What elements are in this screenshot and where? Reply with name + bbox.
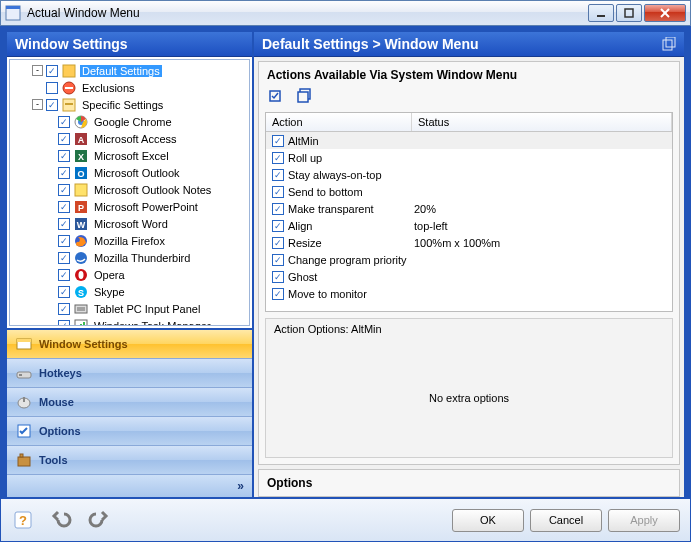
nav-item-mouse[interactable]: Mouse xyxy=(7,388,252,417)
svg-point-25 xyxy=(75,252,87,264)
settings-tree[interactable]: -✓Default SettingsExclusions-✓Specific S… xyxy=(9,59,250,326)
nav-item-tools[interactable]: Tools xyxy=(7,446,252,475)
table-row[interactable]: ✓Aligntop-left xyxy=(266,217,672,234)
tree-checkbox[interactable]: ✓ xyxy=(46,99,58,111)
left-panel-title: Window Settings xyxy=(15,36,128,52)
apply-button[interactable]: Apply xyxy=(608,509,680,532)
tree-checkbox[interactable]: ✓ xyxy=(58,133,70,145)
uncheck-all-button[interactable] xyxy=(295,86,315,106)
table-row[interactable]: ✓Make transparent20% xyxy=(266,200,672,217)
tree-item[interactable]: ✓Tablet PC Input Panel xyxy=(10,300,249,317)
cancel-button[interactable]: Cancel xyxy=(530,509,602,532)
row-action-label: Change program priority xyxy=(288,254,407,266)
tree-checkbox[interactable]: ✓ xyxy=(58,150,70,162)
close-button[interactable] xyxy=(644,4,686,22)
tree-item-label: Mozilla Firefox xyxy=(92,235,167,247)
svg-rect-10 xyxy=(65,103,73,105)
tree-checkbox[interactable]: ✓ xyxy=(58,235,70,247)
tree-checkbox[interactable]: ✓ xyxy=(58,252,70,264)
tree-checkbox[interactable]: ✓ xyxy=(58,286,70,298)
outlooknotes-icon xyxy=(73,182,89,198)
svg-rect-19 xyxy=(75,184,87,196)
row-checkbox[interactable]: ✓ xyxy=(272,271,284,283)
row-action-label: AltMin xyxy=(288,135,319,147)
options-section-header[interactable]: Options xyxy=(258,469,680,497)
tree-item[interactable]: ✓Windows Task Manager xyxy=(10,317,249,326)
no-extra-options-text: No extra options xyxy=(266,339,672,457)
table-row[interactable]: ✓Send to bottom xyxy=(266,183,672,200)
redo-button[interactable] xyxy=(83,507,113,533)
tree-checkbox[interactable]: ✓ xyxy=(58,218,70,230)
tree-checkbox[interactable]: ✓ xyxy=(58,320,70,327)
tree-item[interactable]: -✓Default Settings xyxy=(10,62,249,79)
table-row[interactable]: ✓Resize100%m x 100%m xyxy=(266,234,672,251)
right-panel: Default Settings > Window Menu Actions A… xyxy=(254,32,684,497)
tree-item-label: Default Settings xyxy=(80,65,162,77)
copy-icon[interactable] xyxy=(662,37,676,51)
tree-item[interactable]: ✓Opera xyxy=(10,266,249,283)
nav-item-options[interactable]: Options xyxy=(7,417,252,446)
svg-rect-42 xyxy=(23,397,25,402)
tree-checkbox[interactable]: ✓ xyxy=(58,269,70,281)
tree-checkbox[interactable]: ✓ xyxy=(58,167,70,179)
ok-button[interactable]: OK xyxy=(452,509,524,532)
tree-item[interactable]: ✓WMicrosoft Word xyxy=(10,215,249,232)
tree-item[interactable]: Exclusions xyxy=(10,79,249,96)
check-all-button[interactable] xyxy=(267,86,287,106)
row-checkbox[interactable]: ✓ xyxy=(272,169,284,181)
tree-item[interactable]: ✓AMicrosoft Access xyxy=(10,130,249,147)
table-row[interactable]: ✓Stay always-on-top xyxy=(266,166,672,183)
tree-item[interactable]: ✓Mozilla Thunderbird xyxy=(10,249,249,266)
row-checkbox[interactable]: ✓ xyxy=(272,220,284,232)
table-row[interactable]: ✓Move to monitor xyxy=(266,285,672,302)
tree-expander-icon[interactable]: - xyxy=(32,65,43,76)
help-button[interactable]: ? xyxy=(11,507,41,533)
tree-item[interactable]: ✓XMicrosoft Excel xyxy=(10,147,249,164)
row-checkbox[interactable]: ✓ xyxy=(272,186,284,198)
actions-table[interactable]: Action Status ✓AltMin✓Roll up✓Stay alway… xyxy=(265,112,673,312)
svg-text:?: ? xyxy=(19,513,27,528)
table-row[interactable]: ✓Roll up xyxy=(266,149,672,166)
nav-item-hotkeys[interactable]: Hotkeys xyxy=(7,359,252,388)
tree-item-label: Microsoft Outlook xyxy=(92,167,182,179)
nav-item-window-settings[interactable]: Window Settings xyxy=(7,330,252,359)
row-checkbox[interactable]: ✓ xyxy=(272,152,284,164)
table-row[interactable]: ✓Ghost xyxy=(266,268,672,285)
tree-item[interactable]: ✓SSkype xyxy=(10,283,249,300)
row-checkbox[interactable]: ✓ xyxy=(272,203,284,215)
undo-button[interactable] xyxy=(47,507,77,533)
tree-checkbox[interactable]: ✓ xyxy=(58,201,70,213)
col-action[interactable]: Action xyxy=(266,113,412,131)
col-status[interactable]: Status xyxy=(412,113,672,131)
svg-text:A: A xyxy=(78,135,85,145)
tree-checkbox[interactable]: ✓ xyxy=(58,303,70,315)
row-action-label: Send to bottom xyxy=(288,186,363,198)
table-row[interactable]: ✓AltMin xyxy=(266,132,672,149)
tree-expander-icon[interactable]: - xyxy=(32,99,43,110)
tree-checkbox[interactable] xyxy=(46,82,58,94)
powerpoint-icon: P xyxy=(73,199,89,215)
tree-item[interactable]: ✓Mozilla Firefox xyxy=(10,232,249,249)
nav-icon xyxy=(15,422,33,440)
tree-checkbox[interactable]: ✓ xyxy=(46,65,58,77)
tree-checkbox[interactable]: ✓ xyxy=(58,116,70,128)
minimize-button[interactable] xyxy=(588,4,614,22)
tree-item[interactable]: ✓OMicrosoft Outlook xyxy=(10,164,249,181)
row-checkbox[interactable]: ✓ xyxy=(272,288,284,300)
maximize-button[interactable] xyxy=(616,4,642,22)
nav-icon xyxy=(15,335,33,353)
row-checkbox[interactable]: ✓ xyxy=(272,237,284,249)
row-checkbox[interactable]: ✓ xyxy=(272,254,284,266)
table-row[interactable]: ✓Change program priority xyxy=(266,251,672,268)
row-action-label: Make transparent xyxy=(288,203,374,215)
tree-item[interactable]: -✓Specific Settings xyxy=(10,96,249,113)
window-buttons xyxy=(588,4,686,22)
tree-item[interactable]: ✓Microsoft Outlook Notes xyxy=(10,181,249,198)
tree-item[interactable]: ✓Google Chrome xyxy=(10,113,249,130)
tree-item[interactable]: ✓PMicrosoft PowerPoint xyxy=(10,198,249,215)
row-checkbox[interactable]: ✓ xyxy=(272,135,284,147)
tree-checkbox[interactable]: ✓ xyxy=(58,184,70,196)
thunderbird-icon xyxy=(73,250,89,266)
nav-expand-button[interactable]: » xyxy=(7,475,252,497)
nav-item-label: Hotkeys xyxy=(39,367,82,379)
